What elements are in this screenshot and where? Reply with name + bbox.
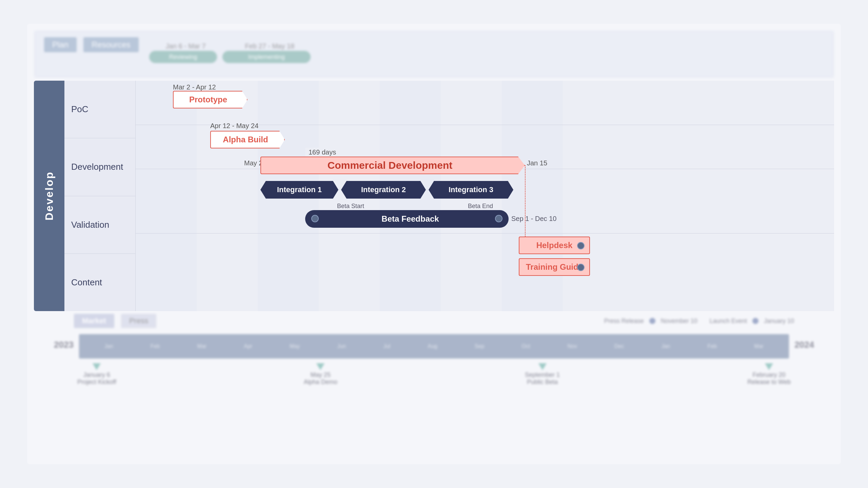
- days-badge: 169 days: [305, 148, 339, 157]
- alpha-build-bar[interactable]: Alpha Build: [210, 131, 285, 148]
- milestone-kickoff: January 6Project Kickoff: [77, 363, 116, 386]
- sep-dec-label: Sep 1 - Dec 10: [511, 215, 556, 223]
- row-label-validation: Validation: [64, 196, 135, 254]
- dashed-vertical-line: [525, 165, 526, 240]
- row-label-poc: PoC: [64, 81, 135, 138]
- integration2-bar[interactable]: Integration 2: [341, 181, 426, 199]
- alpha-triangle: [316, 363, 324, 370]
- sidebar-develop: Develop: [34, 81, 64, 311]
- alpha-date: Apr 12 - May 24: [210, 122, 258, 130]
- prototype-bar[interactable]: Prototype: [173, 91, 248, 108]
- blurred-bottom-section: Market Press Press Release November 10 L…: [34, 314, 834, 388]
- beta-start-dot: [311, 215, 319, 222]
- reviewing-bar: Reviewing: [149, 51, 217, 63]
- integration1-bar[interactable]: Integration 1: [260, 181, 338, 199]
- kickoff-triangle: [93, 363, 101, 370]
- row-labels: PoC Development Validation Content: [64, 81, 136, 311]
- milestone-alpha: May 25Alpha Demo: [304, 363, 337, 386]
- milestones-section: January 6Project Kickoff May 25Alpha Dem…: [74, 363, 794, 386]
- milestone-beta: September 1Public Beta: [525, 363, 560, 386]
- commercial-development-bar[interactable]: Commercial Development: [260, 157, 525, 174]
- prototype-date: Mar 2 - Apr 12: [173, 83, 216, 91]
- plan-tab: Plan: [44, 37, 77, 52]
- resources-tab: Resources: [83, 37, 139, 52]
- training-dot: [577, 264, 585, 271]
- beta-end-dot: [495, 215, 502, 222]
- gantt-chart-area: Mar 2 - Apr 12 Prototype Apr 12 - May 24…: [136, 81, 834, 311]
- develop-label: Develop: [43, 171, 56, 220]
- implementing-bar: Implementing: [222, 51, 311, 63]
- blurred-top-section: Plan Resources Jan 6 - Mar 7 Feb 27 - Ma…: [34, 30, 834, 78]
- helpdesk-dot: [577, 242, 585, 249]
- beta-start-label: Beta Start: [337, 203, 364, 210]
- jan15-label: Jan 15: [527, 159, 547, 167]
- milestone-release: February 20Release to Web: [747, 363, 791, 386]
- beta-feedback-bar[interactable]: Beta Feedback: [305, 210, 509, 228]
- gantt-container: Develop PoC Development Validation Conte…: [34, 81, 834, 311]
- release-triangle: [765, 363, 773, 370]
- main-container: Plan Resources Jan 6 - Mar 7 Feb 27 - Ma…: [27, 24, 841, 464]
- integration3-bar[interactable]: Integration 3: [429, 181, 513, 199]
- training-guide-bar[interactable]: Training Guide: [519, 258, 590, 276]
- beta-triangle: [538, 363, 547, 370]
- helpdesk-bar[interactable]: Helpdesk: [519, 237, 590, 254]
- beta-end-label: Beta End: [468, 203, 493, 210]
- row-label-content: Content: [64, 254, 135, 311]
- row-label-development: Development: [64, 138, 135, 196]
